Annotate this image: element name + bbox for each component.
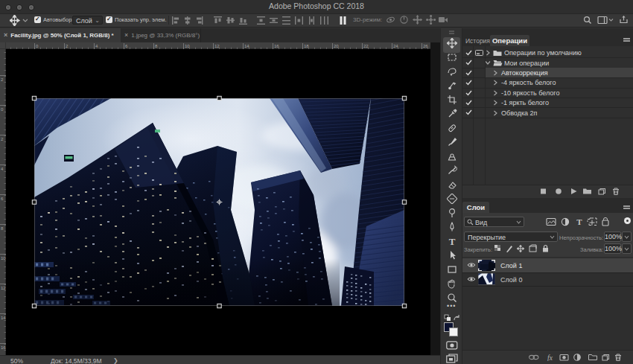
svg-text:0: 0 [36, 44, 39, 48]
svg-text:fx: fx [547, 354, 553, 362]
svg-text:18: 18 [304, 44, 309, 48]
svg-text:8: 8 [155, 44, 158, 48]
svg-text:10: 10 [1, 256, 6, 261]
svg-text:16: 16 [274, 44, 279, 48]
svg-text:6: 6 [1, 197, 4, 201]
svg-text:10: 10 [185, 44, 190, 48]
svg-text:2: 2 [66, 44, 69, 48]
svg-text:22: 22 [363, 44, 369, 48]
svg-text:2: 2 [1, 137, 4, 141]
svg-text:4: 4 [1, 167, 4, 171]
svg-text:T: T [449, 236, 456, 246]
svg-text:24: 24 [393, 44, 398, 48]
svg-text:12: 12 [214, 44, 220, 48]
svg-text:12: 12 [1, 286, 6, 290]
svg-text:4: 4 [95, 44, 98, 48]
svg-text:8: 8 [1, 226, 4, 231]
svg-text:14: 14 [244, 44, 249, 48]
svg-text:14: 14 [1, 316, 6, 320]
svg-text:20: 20 [334, 44, 339, 48]
svg-text:16: 16 [1, 345, 6, 350]
svg-text:2: 2 [1, 77, 4, 82]
svg-text:T: T [576, 217, 582, 226]
svg-text:26: 26 [423, 44, 428, 48]
svg-text:6: 6 [125, 44, 128, 48]
svg-text:0: 0 [1, 107, 4, 112]
